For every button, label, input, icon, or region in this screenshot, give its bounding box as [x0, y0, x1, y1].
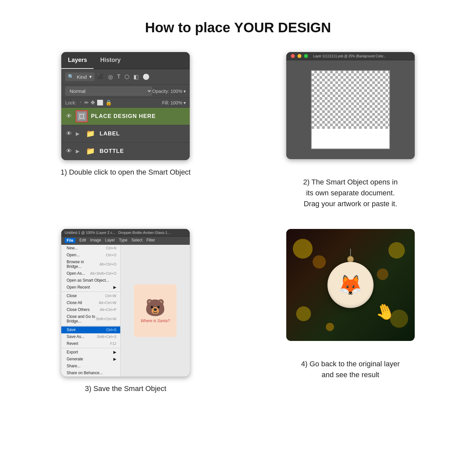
lock-paint-icon: ✏: [84, 99, 89, 106]
opacity-value: 100%: [171, 89, 182, 94]
layer-thumb-design: [76, 110, 88, 122]
menu-file[interactable]: File: [65, 238, 75, 243]
menu-revert[interactable]: RevertF12: [61, 340, 120, 347]
menu-type[interactable]: Type: [119, 238, 127, 243]
menu-select[interactable]: Select: [131, 238, 142, 243]
main-grid: Layers History 🔍 Kind ▾ ⬛ ◎ T ⬡ ◧ ⚪: [26, 52, 450, 394]
tab-layers[interactable]: Layers: [61, 52, 94, 69]
sow-canvas-white-strip: [312, 129, 389, 149]
circle-icon: ⚪: [143, 73, 150, 80]
layer-name-design: PLACE DESIGN HERE: [91, 113, 155, 120]
opacity-chevron: ▾: [183, 89, 186, 94]
menu-new[interactable]: New...Ctrl+N: [61, 245, 120, 252]
search-icon: 🔍: [68, 74, 74, 80]
bokeh-6: [326, 323, 334, 331]
menu-close-all[interactable]: Close AllAlt+Ctrl+W: [61, 299, 120, 306]
menu-generate[interactable]: Generate▶: [61, 356, 120, 363]
fmw-body: New...Ctrl+N Open...Ctrl+O Browse in Bri…: [61, 245, 190, 377]
bear-artwork: 🐻 Where is Santa?: [134, 284, 177, 337]
blend-mode-select[interactable]: Normal: [65, 87, 152, 96]
step1-cell: Layers History 🔍 Kind ▾ ⬛ ◎ T ⬡ ◧ ⚪: [26, 52, 225, 209]
fill-value: 100%: [171, 100, 182, 105]
lock-label: Lock:: [65, 100, 76, 105]
file-dropdown-menu: New...Ctrl+N Open...Ctrl+O Browse in Bri…: [61, 245, 121, 377]
menu-open-recent[interactable]: Open Recent▶: [61, 284, 120, 291]
step2-cell: Layer 11111111.psb @ 25% (Background Col…: [251, 52, 450, 209]
fox-illustration: 🦊: [338, 273, 363, 297]
sow-title-text: Layer 11111111.psb @ 25% (Background Col…: [313, 54, 386, 58]
smartobj-icon: ◧: [133, 73, 139, 80]
layer-row-bottle[interactable]: 👁 ▶ 📁 BOTTLE: [61, 143, 190, 160]
layer-name-label: LABEL: [99, 130, 120, 137]
menu-image[interactable]: Image: [90, 238, 101, 243]
lock-move-icon: ✥: [91, 99, 95, 106]
fmw-menu-bar[interactable]: File Edit Image Layer Type Select Filter: [61, 237, 190, 245]
kind-dropdown[interactable]: 🔍 Kind ▾: [65, 72, 95, 81]
lock-row: Lock: ⬞ ✏ ✥ ⬜ 🔒 Fill: 100% ▾: [61, 98, 190, 108]
layer-row-label[interactable]: 👁 ▶ 📁 LABEL: [61, 125, 190, 143]
minimize-dot[interactable]: [297, 54, 301, 58]
step2-caption: 2) The Smart Object opens in its own sep…: [303, 166, 398, 209]
lock-pixels-icon: ⬞: [79, 99, 82, 106]
eye-icon-bottle[interactable]: 👁: [65, 148, 72, 155]
menu-close-others[interactable]: Close OthersAlt+Ctrl+P: [61, 306, 120, 313]
layers-tabs: Layers History: [61, 52, 190, 69]
sow-canvas: [311, 70, 390, 149]
layers-kind-toolbar: 🔍 Kind ▾ ⬛ ◎ T ⬡ ◧ ⚪: [61, 69, 190, 85]
bokeh-2: [313, 255, 326, 268]
product-result: 🦊 🤚: [286, 229, 415, 341]
fill-chevron: ▾: [183, 100, 186, 105]
file-menu-window: Untitled-1 @ 100% (Layer 2 c... Dropper-…: [61, 229, 190, 377]
eye-icon-label[interactable]: 👁: [65, 130, 72, 137]
fill-control: Fill: 100% ▾: [162, 100, 186, 105]
bokeh-3: [388, 242, 405, 259]
menu-save-as[interactable]: Save As...Shift+Ctrl+S: [61, 333, 120, 340]
menu-open[interactable]: Open...Ctrl+O: [61, 252, 120, 259]
menu-close-bridge[interactable]: Close and Go to Bridge...Shift+Ctrl+W: [61, 313, 120, 325]
fmw-ps-header: Untitled-1 @ 100% (Layer 2 c... Dropper-…: [61, 229, 190, 237]
menu-open-as[interactable]: Open As...Alt+Shift+Ctrl+O: [61, 270, 120, 277]
layers-panel: Layers History 🔍 Kind ▾ ⬛ ◎ T ⬡ ◧ ⚪: [61, 52, 190, 160]
step4-cell: 🦊 🤚 4) Go back to the original layer and…: [251, 229, 450, 394]
lock-artboard-icon: ⬜: [97, 99, 103, 106]
menu-open-smart[interactable]: Open as Smart Object...: [61, 277, 120, 284]
lock-icons: ⬞ ✏ ✥ ⬜ 🔒: [79, 99, 112, 106]
menu-close[interactable]: CloseCtrl+W: [61, 293, 120, 299]
normal-opacity-row: Normal Opacity: 100% ▾: [61, 85, 190, 98]
ornament: 🦊: [327, 262, 374, 308]
sow-titlebar: Layer 11111111.psb @ 25% (Background Col…: [286, 52, 415, 60]
menu-edit[interactable]: Edit: [79, 238, 86, 243]
layer-thumb-label: 📁: [84, 128, 96, 140]
menu-layer[interactable]: Layer: [105, 238, 115, 243]
fmw-header-text: Untitled-1 @ 100% (Layer 2 c... Dropper-…: [65, 231, 170, 235]
layer-name-bottle: BOTTLE: [99, 148, 124, 154]
menu-export[interactable]: Export▶: [61, 349, 120, 356]
bokeh-5: [296, 306, 311, 321]
step3-cell: Untitled-1 @ 100% (Layer 2 c... Dropper-…: [26, 229, 225, 394]
smart-object-window: Layer 11111111.psb @ 25% (Background Col…: [286, 52, 415, 159]
maximize-dot[interactable]: [304, 54, 308, 58]
kind-label: Kind: [77, 74, 87, 80]
eye-icon-design[interactable]: 👁: [65, 113, 72, 120]
menu-filter[interactable]: Filter: [146, 238, 155, 243]
arrow-bottle: ▶: [76, 148, 80, 154]
bokeh-4: [377, 268, 388, 280]
tab-history[interactable]: History: [94, 52, 127, 69]
close-dot[interactable]: [291, 54, 295, 58]
menu-share-behance[interactable]: Share on Behance...: [61, 370, 120, 377]
page-title: How to place YOUR DESIGN: [145, 20, 331, 36]
layer-thumb-bottle: 📁: [84, 145, 96, 157]
layer-row-design[interactable]: 👁 PLACE DESIGN HERE: [61, 108, 190, 125]
menu-save[interactable]: SaveCtrl+S: [61, 326, 120, 333]
fill-label: Fill:: [162, 100, 169, 105]
kind-filter-icons: ⬛ ◎ T ⬡ ◧ ⚪: [97, 73, 149, 80]
menu-share[interactable]: Share...: [61, 363, 120, 370]
arrow-label: ▶: [76, 131, 80, 137]
adjustment-icon: ◎: [108, 73, 113, 80]
pixel-icon: ⬛: [97, 73, 104, 80]
step1-caption: 1) Double click to open the Smart Object: [61, 167, 191, 178]
fmw-canvas-preview: 🐻 Where is Santa?: [121, 245, 190, 377]
step4-caption: 4) Go back to the original layer and see…: [301, 348, 400, 380]
menu-browse[interactable]: Browse in Bridge...Alt+Ctrl+O: [61, 259, 120, 270]
ornament-container: 🦊: [327, 262, 374, 308]
